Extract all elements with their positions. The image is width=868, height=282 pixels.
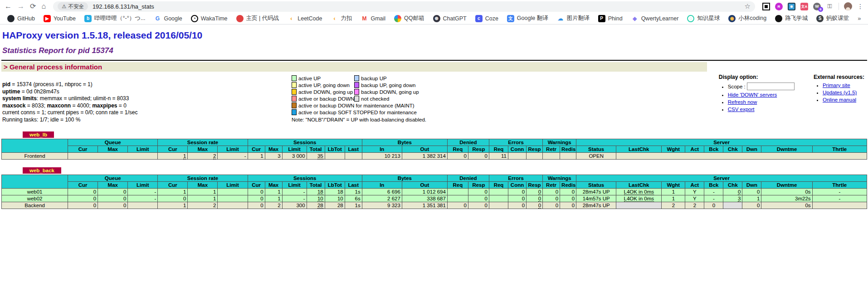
stats-table-web_back: QueueSession rateSessionsBytesDeniedErro… [1,175,867,209]
column-header: Req [489,181,508,188]
display-option-link[interactable]: Hide 'DOWN' servers [728,92,777,97]
extensions-puzzle-icon[interactable]: ⚿ [826,3,834,10]
external-resource-link[interactable]: Updates (v1.5) [823,90,857,95]
stat-cell: 0 [560,188,576,195]
bookmark-item[interactable]: S蚂蚁课堂 [816,15,849,22]
proxy-section-web_lb: web_lbQueueSession rateSessionsBytesDeni… [1,130,867,160]
proxy-name-web_lb[interactable]: web_lb [23,131,54,138]
translate-extension-icon[interactable]: 文A [800,3,808,10]
bookmark-item[interactable]: b哔哩哔哩（°-°）つ... [84,15,145,22]
bookmark-item[interactable]: GGoogle [154,15,182,22]
bookmark-item[interactable]: MGmail [361,15,385,22]
frame-extension-icon[interactable] [762,3,770,10]
bookmark-label: 小林coding [738,15,766,22]
stat-cell: 0 [704,202,723,209]
stat-cell: 6s [345,195,362,202]
image-translate-icon: ☁ [557,15,564,22]
address-bar[interactable]: ⚠ 不安全 192.168.6.131/ha_stats ☆ [53,1,755,12]
url-text[interactable]: 192.168.6.131/ha_stats [93,3,154,10]
external-resource-link[interactable]: Primary site [823,83,850,88]
page-title[interactable]: HAProxy version 1.5.18, released 2016/05… [2,30,867,41]
reload-icon[interactable]: ⟳ [30,3,36,10]
bookmark-item[interactable]: ◉小林coding [728,15,766,22]
stat-cell: 0 [98,195,128,202]
bookmark-label: GitHub [17,15,35,22]
profile-avatar[interactable] [844,2,852,10]
bookmark-star-icon[interactable]: ☆ [745,2,751,10]
external-resources-heading: External resources: [814,74,864,80]
security-chip[interactable]: ⚠ 不安全 [58,2,88,10]
bookmark-item[interactable]: 路飞学城 [775,15,808,22]
external-resource-link[interactable]: Online manual [823,97,856,102]
column-header: Req [447,146,468,152]
stat-row-web02: web0200-0101-10106s2 627338 6870000014m5… [2,195,867,202]
display-option-item: Refresh now [728,99,795,105]
legend-label: active or backup DOWN [297,95,354,102]
display-option-link[interactable]: CSV export [728,107,755,112]
bookmark-item[interactable]: ‹力扣 [331,15,352,22]
chatgpt-icon: ⊛ [433,15,440,22]
proxy-name-web_back[interactable]: web_back [23,167,61,174]
bookmark-item[interactable]: ☁图片翻译 [557,15,590,22]
badged-extension-icon[interactable]: W6 [813,3,821,10]
bookmark-item[interactable]: PPhind [598,15,623,22]
column-header: Bck [704,181,723,188]
bookmark-item[interactable]: GitHub [7,15,35,22]
bookmark-item[interactable]: cCoze [475,15,498,22]
column-header: LbTot [325,146,345,152]
stats-table-web_lb: QueueSession rateSessionsBytesDeniedErro… [1,139,867,160]
stat-row-Frontend: Frontend12-133 0003510 2131 382 3140011O… [2,152,867,159]
scope-input[interactable] [747,83,795,90]
stat-cell: 2 627 [362,195,402,202]
forward-icon[interactable]: → [17,3,24,10]
external-resource-item: Online manual [823,97,864,102]
stat-cell: 18 [325,188,345,195]
home-icon[interactable]: ⌂ [41,3,46,10]
purple-circle-extension-icon[interactable]: R [775,3,783,10]
bookmark-item[interactable]: ◔WakaTime [191,15,228,22]
process-info-line: pid = 15374 (process #1, nbproc = 1) [2,81,292,88]
stat-cell [508,152,527,159]
stat-cell: 1s [345,188,362,195]
browser-menu-icon[interactable]: ⋮ [857,3,863,10]
bookmarks-overflow-icon[interactable]: » [858,15,861,22]
bookmark-item[interactable]: ◌知识星球 [687,15,720,22]
section-heading: > General process information [1,62,707,72]
bookmark-item[interactable]: 主页 | 代码战 [236,15,279,22]
column-header: LbTot [325,181,345,188]
column-header: Cur [158,181,188,188]
column-header: Limit [218,181,248,188]
column-header: Limit [282,146,307,152]
bookmark-item[interactable]: ⊛ChatGPT [433,15,467,22]
stat-cell: 0 [447,152,468,159]
bookmark-item[interactable]: ▶YouTube [44,15,76,22]
haproxy-stats-page: HAProxy version 1.5.18, released 2016/05… [0,24,868,209]
toolbar-separator [839,3,839,10]
back-icon[interactable]: ← [5,3,12,10]
column-header: Dwntme [761,181,812,188]
column-header: Max [265,181,282,188]
stat-cell: 1 [265,195,282,202]
stat-cell [325,152,345,159]
legend-swatch [354,75,359,82]
stat-cell: - [704,195,723,202]
column-header: Max [188,146,218,152]
stat-cell: 0 [527,188,543,195]
stat-cell: 0 [508,202,527,209]
stat-cell: 10 [325,195,345,202]
process-info-line: uptime = 0d 0h28m47s [2,88,292,96]
column-group-header: Server [576,139,867,146]
display-option-link[interactable]: Refresh now [728,99,757,105]
column-header: Thrtle [812,146,867,152]
bookmark-label: Coze [485,15,498,22]
stat-cell: 0 [248,188,265,195]
blue-square-extension-icon[interactable] [788,3,795,10]
column-header: Limit [128,146,158,152]
legend-label: active or backup DOWN for maintenance (M… [297,102,419,109]
legend-table: active UPbackup UPactive UP, going downb… [292,75,419,116]
bookmark-item[interactable]: 文Google 翻译 [507,15,548,22]
stat-cell: 1 [158,202,188,209]
bookmark-item[interactable]: ◆QwertyLearner [631,15,679,22]
bookmark-item[interactable]: QQ邮箱 [394,15,424,22]
bookmark-item[interactable]: ‹LeetCode [288,15,322,22]
